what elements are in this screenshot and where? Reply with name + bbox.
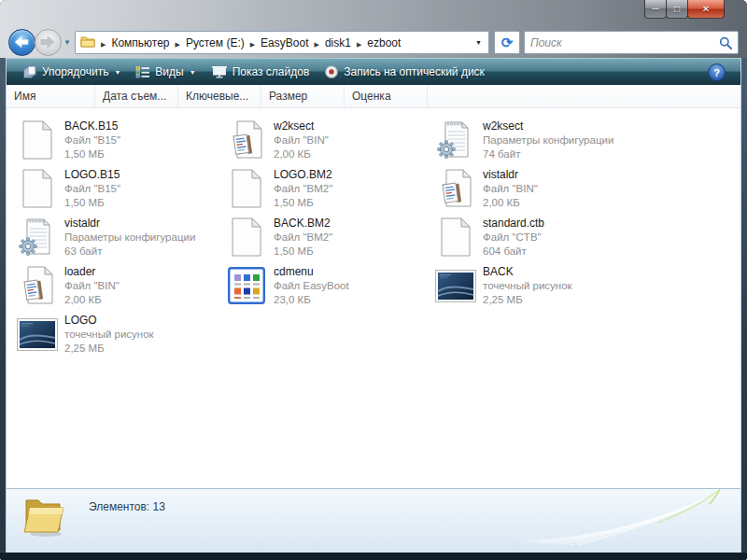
file-text: LOGO.B15Файл "B15"1,50 МБ [64,168,120,210]
file-size: 23,0 КБ [274,293,349,307]
file-text: loaderФайл "BIN"2,00 КБ [64,265,120,307]
blank-file-icon [14,120,61,160]
back-button[interactable] [8,29,35,56]
items-count: Элементов: 13 [89,500,165,513]
file-item[interactable]: BACKточечный рисунок2,25 МБ [432,261,731,310]
chevron-down-icon[interactable]: ▼ [63,38,71,47]
refresh-button[interactable]: ⟳ [494,31,520,54]
breadcrumb-item[interactable]: Рустем (E:) [184,36,247,49]
blank-file-icon [223,217,270,257]
file-text: LOGOточечный рисунок2,25 МБ [64,314,154,356]
file-size: 2,00 КБ [483,196,538,210]
close-icon[interactable]: ✕ [687,0,725,19]
file-item[interactable]: LOGO.BM2Файл "BM2"1,50 МБ [223,164,432,213]
file-item[interactable]: vistaldrФайл "BIN"2,00 КБ [432,164,731,213]
titlebar: ─ □ ✕ ▼ ▶Компьютер▶Рустем (E:)▶EasyBoot▶… [0,0,747,59]
toolbar-button-label: Запись на оптический диск [344,65,485,78]
file-type: Файл "BM2" [274,182,332,196]
file-item[interactable]: w2ksectФайл "BIN"2,00 КБ [223,116,432,164]
easyboot-file-icon [223,267,270,304]
column-header[interactable]: Размер [261,85,345,107]
file-item[interactable]: vistaldrПараметры конфигурации63 байт [14,213,223,261]
file-size: 2,00 КБ [274,147,329,161]
toolbar-button[interactable]: Запись на оптический диск [317,61,492,83]
maximize-icon[interactable]: □ [666,0,688,19]
breadcrumb-separator-icon: ▶ [247,41,259,48]
breadcrumb-item[interactable]: disk1 [323,36,353,49]
chevron-down-icon: ▼ [114,69,120,76]
chevron-down-icon: ▼ [190,69,196,76]
file-text: BACKточечный рисунок2,25 МБ [483,265,572,307]
column-header[interactable]: Ключевые... [178,85,261,107]
toolbar-button[interactable]: Виды▼ [128,61,203,83]
file-name: vistaldr [64,217,195,231]
file-list-area: BACK.B15Файл "B15"1,50 МБLOGO.B15Файл "B… [7,108,740,488]
breadcrumb-separator-icon: ▶ [97,41,109,48]
file-type: Файл "CTB" [483,231,544,245]
file-size: 2,00 КБ [64,293,120,307]
breadcrumb-separator-icon: ▶ [172,41,184,48]
column-header[interactable]: Оценка [345,85,428,107]
config-file-icon [14,217,61,257]
file-text: BACK.B15Файл "B15"1,50 МБ [64,119,120,161]
blank-file-icon [432,217,479,257]
file-text: vistaldrПараметры конфигурации63 байт [64,217,195,259]
file-item[interactable]: LOGO.B15Файл "B15"1,50 МБ [14,164,223,213]
file-item[interactable]: standard.ctbФайл "CTB"604 байт [432,213,731,261]
file-item[interactable]: BACK.B15Файл "B15"1,50 МБ [14,116,223,164]
file-size: 2,25 МБ [483,293,572,307]
file-type: Файл "BIN" [274,133,329,147]
breadcrumb-item[interactable]: EasyBoot [259,36,310,49]
explorer-window: ─ □ ✕ ▼ ▶Компьютер▶Рустем (E:)▶EasyBoot▶… [0,0,747,560]
toolbar-button[interactable]: Показ слайдов [204,61,317,83]
folder-icon [80,35,95,50]
file-type: Файл "B15" [64,182,120,196]
column-header[interactable]: Имя [7,85,95,107]
column-header[interactable]: Дата съем... [95,85,178,107]
file-text: cdmenuФайл EasyBoot23,0 КБ [274,265,349,307]
address-bar[interactable]: ▶Компьютер▶Рустем (E:)▶EasyBoot▶disk1▶ez… [75,31,489,54]
forward-button[interactable] [35,29,62,56]
file-type: точечный рисунок [64,328,154,342]
file-size: 1,50 МБ [274,196,332,210]
breadcrumb-item[interactable]: Компьютер [109,36,171,49]
file-text: LOGO.BM2Файл "BM2"1,50 МБ [274,168,332,210]
window-controls: ─ □ ✕ [645,0,725,19]
help-button[interactable]: ? [708,63,726,81]
minimize-icon[interactable]: ─ [644,0,667,19]
file-text: BACK.BM2Файл "BM2"1,50 МБ [274,217,332,259]
chevron-down-icon[interactable]: ▼ [475,39,482,46]
file-text: w2ksectПараметры конфигурации74 байт [483,119,613,161]
file-item[interactable]: LOGOточечный рисунок2,25 МБ [14,310,223,358]
slideshow-icon [211,65,228,78]
bin-file-icon [223,120,270,160]
search-input[interactable] [525,36,719,49]
file-text: w2ksectФайл "BIN"2,00 КБ [274,119,329,161]
file-text: vistaldrФайл "BIN"2,00 КБ [483,168,538,210]
file-type: Файл "BM2" [274,231,332,245]
file-item[interactable]: cdmenuФайл EasyBoot23,0 КБ [223,261,432,310]
column-headers: ИмяДата съем...Ключевые...РазмерОценка [7,85,740,108]
file-item[interactable]: loaderФайл "BIN"2,00 КБ [14,261,223,310]
file-type: Параметры конфигурации [483,133,613,147]
file-text: standard.ctbФайл "CTB"604 байт [483,217,544,259]
bitmap-file-icon [432,270,479,302]
file-size: 1,50 МБ [64,196,120,210]
toolbar-items: Упорядочить▼Виды▼Показ слайдовЗапись на … [16,61,492,83]
breadcrumb-item[interactable]: ezboot [365,36,402,49]
magnifier-icon [719,36,732,49]
file-size: 74 байт [483,147,613,161]
bin-file-icon [14,266,61,305]
file-name: cdmenu [274,265,349,279]
file-grid: BACK.B15Файл "B15"1,50 МБLOGO.B15Файл "B… [7,108,740,358]
file-type: Файл "B15" [64,133,120,147]
window-frame-bottom [0,552,747,560]
organize-icon [23,65,37,78]
folder-icon [20,495,68,541]
file-type: Файл "BIN" [64,279,120,293]
toolbar-button[interactable]: Упорядочить▼ [16,61,128,83]
blank-file-icon [14,169,61,208]
file-item[interactable]: BACK.BM2Файл "BM2"1,50 МБ [223,213,432,261]
file-item[interactable]: w2ksectПараметры конфигурации74 байт [432,116,731,164]
file-column: w2ksectПараметры конфигурации74 байтvist… [432,116,731,358]
